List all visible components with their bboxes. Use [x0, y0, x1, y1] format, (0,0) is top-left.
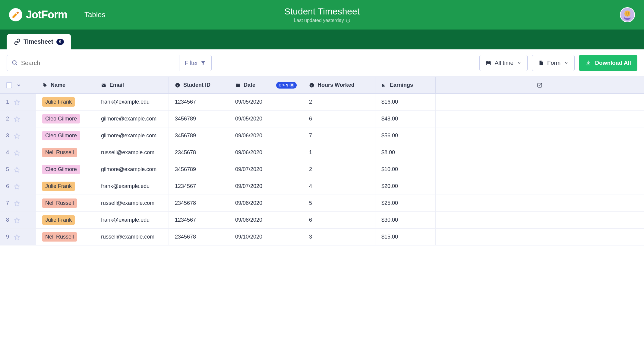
table-row[interactable]: 1 Julie Frank frank@example.edu 1234567 … — [0, 94, 644, 111]
close-icon[interactable]: ✕ — [289, 83, 294, 88]
user-avatar[interactable] — [620, 7, 635, 22]
email-cell[interactable]: frank@example.edu — [95, 178, 169, 195]
email-cell[interactable]: frank@example.edu — [95, 212, 169, 228]
earnings-cell[interactable]: $16.00 — [375, 94, 436, 110]
student-id-cell[interactable]: 1234567 — [169, 212, 229, 228]
date-cell[interactable]: 09/06/2020 — [229, 144, 303, 161]
name-cell[interactable]: Nell Russell — [36, 144, 95, 161]
student-id-cell[interactable]: 3456789 — [169, 111, 229, 127]
name-cell[interactable]: Julie Frank — [36, 212, 95, 228]
email-cell[interactable]: gilmore@example.com — [95, 127, 169, 144]
hours-cell[interactable]: 3 — [303, 229, 375, 245]
form-dropdown[interactable]: Form — [532, 55, 575, 71]
star-icon[interactable] — [14, 150, 20, 156]
table-row[interactable]: 7 Nell Russell russell@example.com 23456… — [0, 195, 644, 212]
table-row[interactable]: 4 Nell Russell russell@example.com 23456… — [0, 144, 644, 161]
earnings-cell[interactable]: $10.00 — [375, 161, 436, 178]
search-input[interactable] — [21, 60, 174, 67]
hours-cell[interactable]: 6 — [303, 212, 375, 228]
sort-indicator[interactable]: O > N ✕ — [276, 82, 297, 89]
earnings-cell[interactable]: $56.00 — [375, 127, 436, 144]
student-id-cell[interactable]: 2345678 — [169, 195, 229, 211]
earnings-cell[interactable]: $8.00 — [375, 144, 436, 161]
star-icon[interactable] — [14, 116, 20, 122]
date-cell[interactable]: 09/07/2020 — [229, 161, 303, 178]
name-cell[interactable]: Cleo Gilmore — [36, 127, 95, 144]
extra-cell[interactable] — [436, 212, 644, 228]
extra-cell[interactable] — [436, 178, 644, 195]
header-date[interactable]: Date O > N ✕ — [229, 77, 303, 93]
email-cell[interactable]: gilmore@example.com — [95, 161, 169, 178]
earnings-cell[interactable]: $15.00 — [375, 229, 436, 245]
header-student-id[interactable]: Student ID — [169, 77, 229, 93]
table-row[interactable]: 8 Julie Frank frank@example.edu 1234567 … — [0, 212, 644, 229]
table-row[interactable]: 2 Cleo Gilmore gilmore@example.com 34567… — [0, 111, 644, 127]
star-icon[interactable] — [14, 183, 20, 189]
name-cell[interactable]: Nell Russell — [36, 229, 95, 245]
star-icon[interactable] — [14, 133, 20, 139]
extra-cell[interactable] — [436, 161, 644, 178]
email-cell[interactable]: gilmore@example.com — [95, 111, 169, 127]
email-cell[interactable]: russell@example.com — [95, 195, 169, 211]
date-cell[interactable]: 09/07/2020 — [229, 178, 303, 195]
name-cell[interactable]: Julie Frank — [36, 94, 95, 110]
extra-cell[interactable] — [436, 111, 644, 127]
name-cell[interactable]: Cleo Gilmore — [36, 111, 95, 127]
name-cell[interactable]: Nell Russell — [36, 195, 95, 211]
star-icon[interactable] — [14, 234, 20, 240]
hours-cell[interactable]: 7 — [303, 127, 375, 144]
hours-cell[interactable]: 2 — [303, 94, 375, 110]
header-email[interactable]: Email — [95, 77, 169, 93]
download-all-button[interactable]: Download All — [579, 55, 637, 71]
extra-cell[interactable] — [436, 229, 644, 245]
extra-cell[interactable] — [436, 195, 644, 211]
student-id-cell[interactable]: 2345678 — [169, 144, 229, 161]
header-name[interactable]: Name — [36, 77, 95, 93]
date-cell[interactable]: 09/05/2020 — [229, 111, 303, 127]
search-box[interactable] — [7, 55, 179, 71]
date-cell[interactable]: 09/05/2020 — [229, 94, 303, 110]
student-id-cell[interactable]: 1234567 — [169, 178, 229, 195]
header-extra[interactable] — [436, 77, 644, 93]
star-icon[interactable] — [14, 217, 20, 223]
name-cell[interactable]: Cleo Gilmore — [36, 161, 95, 178]
extra-cell[interactable] — [436, 94, 644, 110]
table-row[interactable]: 6 Julie Frank frank@example.edu 1234567 … — [0, 178, 644, 195]
star-icon[interactable] — [14, 200, 20, 206]
email-cell[interactable]: frank@example.edu — [95, 94, 169, 110]
select-all-checkbox[interactable] — [6, 82, 12, 88]
star-icon[interactable] — [14, 99, 20, 105]
email-cell[interactable]: russell@example.com — [95, 144, 169, 161]
earnings-cell[interactable]: $25.00 — [375, 195, 436, 211]
student-id-cell[interactable]: 3456789 — [169, 161, 229, 178]
header-earnings[interactable]: fx Earnings — [375, 77, 436, 93]
time-range-dropdown[interactable]: All time — [479, 55, 528, 71]
earnings-cell[interactable]: $30.00 — [375, 212, 436, 228]
hours-cell[interactable]: 5 — [303, 195, 375, 211]
hours-cell[interactable]: 6 — [303, 111, 375, 127]
filter-button[interactable]: Filter — [179, 55, 211, 71]
table-row[interactable]: 9 Nell Russell russell@example.com 23456… — [0, 229, 644, 245]
table-row[interactable]: 5 Cleo Gilmore gilmore@example.com 34567… — [0, 161, 644, 178]
student-id-cell[interactable]: 2345678 — [169, 229, 229, 245]
earnings-cell[interactable]: $20.00 — [375, 178, 436, 195]
email-cell[interactable]: russell@example.com — [95, 229, 169, 245]
date-cell[interactable]: 09/10/2020 — [229, 229, 303, 245]
header-hours[interactable]: Hours Worked — [303, 77, 375, 93]
star-icon[interactable] — [14, 167, 20, 173]
hours-cell[interactable]: 2 — [303, 161, 375, 178]
student-id-cell[interactable]: 1234567 — [169, 94, 229, 110]
logo[interactable]: JotForm — [9, 8, 67, 21]
hours-cell[interactable]: 1 — [303, 144, 375, 161]
date-cell[interactable]: 09/06/2020 — [229, 127, 303, 144]
earnings-cell[interactable]: $48.00 — [375, 111, 436, 127]
date-cell[interactable]: 09/08/2020 — [229, 195, 303, 211]
table-row[interactable]: 3 Cleo Gilmore gilmore@example.com 34567… — [0, 127, 644, 144]
extra-cell[interactable] — [436, 127, 644, 144]
student-id-cell[interactable]: 3456789 — [169, 127, 229, 144]
tab-timesheet[interactable]: Timesheet 9 — [7, 34, 71, 49]
chevron-down-icon[interactable] — [16, 83, 21, 88]
document-title[interactable]: Student Timesheet — [284, 6, 360, 17]
name-cell[interactable]: Julie Frank — [36, 178, 95, 195]
date-cell[interactable]: 09/08/2020 — [229, 212, 303, 228]
